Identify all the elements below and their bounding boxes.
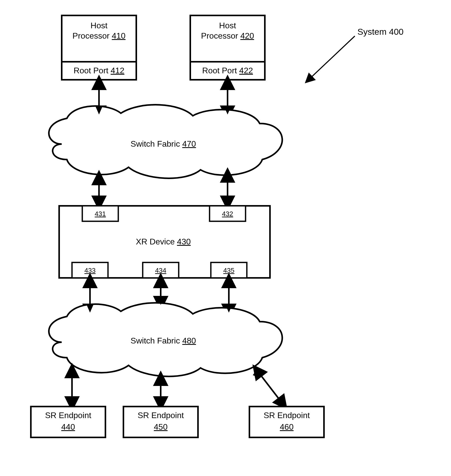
svg-marker-26 [96,176,102,184]
host-processor-420: Host Processor 420 Root Port 422 [190,15,265,80]
host1-ref: 410 [112,31,125,40]
host1-subtitle: Processor [73,31,110,40]
switch-fabric-470: Switch Fabric 470 [49,105,282,178]
fabric1-ref: 470 [182,139,196,148]
sr-endpoint-450: SR Endpoint 450 [123,407,198,437]
ep1-ref: 440 [61,422,75,431]
svg-text:Processor
       
      420: Processor 420 [201,31,254,40]
svg-marker-32 [157,279,164,287]
svg-marker-34 [226,279,232,287]
host2-title: Host [219,21,236,30]
xr-label: XR Device [136,237,175,246]
callout-arrow [309,36,355,80]
switch-fabric-480: Switch Fabric 480 [49,303,282,376]
svg-text:Root Port
       
      422: Root Port 422 [202,66,253,75]
svg-marker-39 [157,398,164,405]
host2-port-label: Root Port [202,66,237,75]
svg-marker-22 [96,81,102,89]
system-label: System 400 [357,27,404,37]
svg-text:Switch Fabric
       
      47: Switch Fabric 470 [131,139,196,148]
diagram-canvas: System 400 Host Processor 410 Root Port … [0,0,451,476]
xr-port-433: 433 [84,267,95,274]
svg-marker-30 [87,279,93,287]
fabric2-ref: 480 [182,336,196,345]
svg-text:Root Port
       
      412: Root Port 412 [74,66,124,75]
sr-endpoint-460: SR Endpoint 460 [249,407,324,437]
svg-text:Switch Fabric
       
      48: Switch Fabric 480 [131,336,196,345]
svg-text:XR Device
       
      430: XR Device 430 [136,237,191,246]
svg-text:Processor
       
      410: Processor 410 [73,31,125,40]
xr-port-434: 434 [155,267,166,274]
svg-marker-37 [69,398,75,405]
host2-port-ref: 422 [239,66,253,75]
xr-port-432: 432 [222,210,233,218]
svg-marker-38 [157,377,164,385]
xr-device-430: XR Device 430 431 432 433 434 435 [59,206,270,278]
svg-marker-27 [96,197,102,205]
xr-ref: 430 [177,237,191,246]
svg-marker-29 [224,197,231,205]
xr-port-435: 435 [223,267,234,274]
host2-subtitle: Processor [201,31,238,40]
fabric1-label: Switch Fabric [131,139,180,148]
ep3-title: SR Endpoint [264,411,310,420]
host1-port-label: Root Port [74,66,108,75]
ep1-title: SR Endpoint [45,411,91,420]
host-processor-410: Host Processor 410 Root Port 412 [62,15,136,80]
ep2-title: SR Endpoint [138,411,184,420]
host1-title: Host [91,21,107,30]
fabric2-label: Switch Fabric [131,336,180,345]
ep3-ref: 460 [280,422,293,431]
host1-port-ref: 412 [111,66,124,75]
ep2-ref: 450 [154,422,167,431]
sr-endpoint-440: SR Endpoint 440 [31,407,105,437]
svg-marker-24 [224,81,231,89]
host2-ref: 420 [240,31,254,40]
xr-port-431: 431 [95,210,106,218]
svg-marker-36 [69,369,75,377]
